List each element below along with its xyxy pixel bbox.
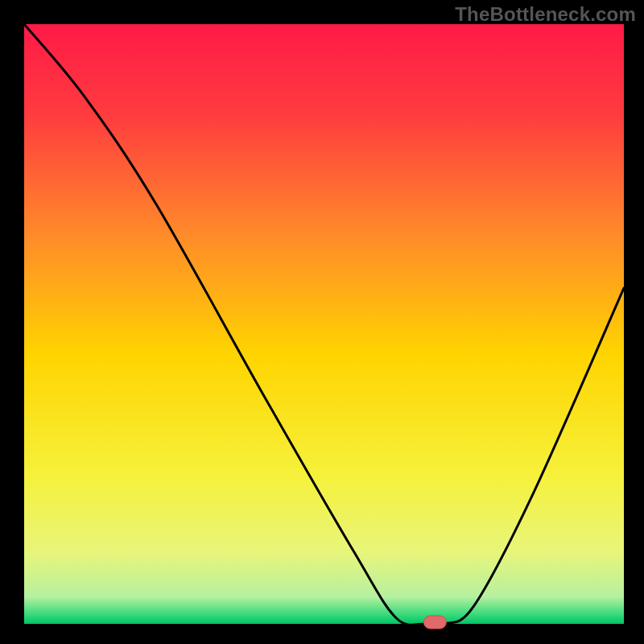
- chart-stage: TheBottleneck.com: [0, 0, 644, 644]
- bottleneck-chart: [0, 0, 644, 644]
- highlight-marker: [423, 616, 446, 629]
- heat-gradient-background: [24, 24, 624, 624]
